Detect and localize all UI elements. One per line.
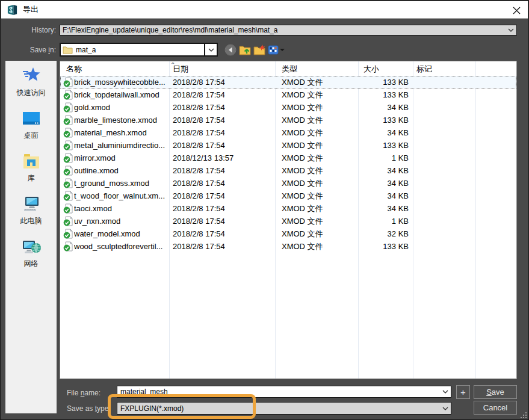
export-dialog: 导出 History: F:\FlexiEngine_update\unique…	[0, 0, 529, 420]
file-size: 34 KB	[359, 128, 409, 137]
cancel-button[interactable]: Cancel	[474, 401, 517, 415]
file-type: XMOD 文件	[282, 115, 323, 126]
xmod-file-icon	[63, 229, 73, 239]
file-row[interactable]: mirror.xmod 2018/12/13 13:57 XMOD 文件 1 K…	[60, 152, 516, 164]
save-as-type-dropdown[interactable]: FXPLUGIN(*.xmod)	[117, 402, 451, 415]
xmod-file-icon	[63, 165, 73, 176]
file-row[interactable]: material_mesh.xmod 2018/2/8 17:54 XMOD 文…	[60, 126, 516, 139]
save-as-type-label: Save as type:	[67, 404, 115, 413]
file-name: marble_limestone.xmod	[74, 116, 157, 125]
file-row[interactable]: brick_topdetailwall.xmod 2018/2/8 17:54 …	[60, 88, 516, 101]
file-size: 34 KB	[359, 179, 409, 188]
file-size: 1 KB	[359, 153, 409, 162]
file-size: 133 KB	[359, 141, 409, 150]
file-date: 2018/2/8 17:54	[173, 166, 225, 175]
file-type: XMOD 文件	[282, 128, 323, 138]
file-name-input[interactable]: material_mesh	[117, 386, 451, 398]
close-icon[interactable]	[509, 2, 524, 18]
sidebar-item-this-pc[interactable]: 此电脑	[5, 194, 57, 226]
file-row[interactable]: metal_aluminiumdirectio... 2018/2/8 17:5…	[60, 139, 516, 152]
xmod-file-icon	[63, 140, 73, 150]
file-name: brick_mossywhitecobble...	[74, 78, 166, 87]
file-date: 2018/12/13 13:57	[173, 153, 234, 162]
save-in-value: mat_a	[73, 46, 204, 54]
chevron-down-icon[interactable]	[440, 390, 451, 394]
file-row[interactable]: t_ground_moss.xmod 2018/2/8 17:54 XMOD 文…	[60, 177, 516, 190]
file-name-label	[16, 388, 67, 397]
up-one-level-icon[interactable]	[239, 44, 251, 56]
file-size: 34 KB	[359, 103, 409, 112]
xmod-file-icon	[63, 216, 73, 226]
file-size: 133 KB	[359, 116, 409, 125]
file-date: 2018/2/8 17:54	[173, 90, 225, 99]
file-list: ⌃ 名称 日期 类型 大小 标记 brick_mossywhitecobble.…	[60, 61, 517, 379]
file-size: 1 KB	[359, 217, 409, 226]
file-size: 133 KB	[359, 90, 409, 99]
column-header-type[interactable]: 类型	[282, 64, 297, 75]
file-date: 2018/2/8 17:54	[173, 179, 225, 188]
file-size: 32 KB	[359, 229, 409, 238]
sidebar-item-quick-access[interactable]: 快速访问	[5, 66, 57, 98]
column-header-date[interactable]: 日期	[173, 64, 188, 75]
xmod-file-icon	[63, 178, 73, 188]
quick-access-icon	[21, 66, 42, 86]
file-date: 2018/2/8 17:54	[173, 103, 225, 112]
file-name: material_mesh.xmod	[74, 128, 147, 137]
column-header-tags[interactable]: 标记	[416, 64, 432, 75]
xmod-file-icon	[63, 191, 73, 201]
add-button[interactable]: +	[456, 385, 470, 399]
file-row[interactable]: uv_nxn.xmod 2018/2/8 17:54 XMOD 文件 1 KB	[60, 215, 516, 227]
file-row[interactable]: brick_mossywhitecobble... 2018/2/8 17:54…	[60, 76, 516, 88]
sidebar-item-desktop[interactable]: 桌面	[5, 108, 57, 141]
file-type: XMOD 文件	[282, 203, 323, 214]
save-as-type-value: FXPLUGIN(*.xmod)	[117, 404, 440, 413]
sidebar-item-label: 库	[28, 173, 35, 184]
chevron-down-icon[interactable]	[204, 44, 217, 55]
file-name: mirror.xmod	[74, 153, 116, 162]
file-row[interactable]: outline.xmod 2018/2/8 17:54 XMOD 文件 34 K…	[60, 164, 516, 177]
save-in-dropdown[interactable]: mat_a	[60, 43, 218, 57]
file-row[interactable]: wood_sculptedforevertil... 2018/2/8 17:5…	[60, 240, 516, 253]
xmod-file-icon	[63, 153, 73, 163]
file-row[interactable]: gold.xmod 2018/2/8 17:54 XMOD 文件 34 KB	[60, 101, 516, 114]
file-date: 2018/2/8 17:54	[173, 204, 225, 213]
file-name: wood_sculptedforevertil...	[74, 242, 162, 251]
view-menu-icon[interactable]	[268, 44, 279, 56]
column-header-size[interactable]: 大小	[363, 64, 379, 75]
xmod-file-icon	[63, 203, 73, 214]
xmod-file-icon	[63, 241, 73, 252]
sidebar-item-label: 网络	[24, 259, 39, 269]
file-type: XMOD 文件	[282, 191, 323, 202]
file-date: 2018/2/8 17:54	[173, 229, 225, 238]
file-date: 2018/2/8 17:54	[173, 217, 225, 226]
file-row[interactable]: water_model.xmod 2018/2/8 17:54 XMOD 文件 …	[60, 227, 516, 240]
folder-icon	[63, 46, 73, 54]
places-sidebar: 快速访问 桌面 库	[5, 61, 57, 413]
file-type: XMOD 文件	[282, 140, 323, 151]
xmod-file-icon	[63, 77, 73, 87]
sidebar-item-label: 此电脑	[20, 216, 42, 226]
view-menu-caret-icon[interactable]	[279, 48, 285, 52]
file-date: 2018/2/8 17:54	[173, 128, 225, 137]
history-dropdown[interactable]: F:\FlexiEngine_update\unique_editor\res\…	[60, 25, 517, 36]
back-icon[interactable]	[224, 44, 237, 56]
3dsmax-logo-icon	[7, 4, 18, 16]
file-row[interactable]: t_wood_floor_walnut.xm... 2018/2/8 17:54…	[60, 190, 516, 202]
dialog-title: 导出	[23, 4, 39, 15]
create-new-folder-icon[interactable]	[253, 44, 265, 56]
file-name: taoci.xmod	[74, 204, 112, 213]
file-row[interactable]: marble_limestone.xmod 2018/2/8 17:54 XMO…	[60, 114, 516, 126]
sidebar-item-libraries[interactable]: 库	[5, 151, 57, 184]
file-name: t_ground_moss.xmod	[74, 179, 149, 188]
sidebar-item-network[interactable]: 网络	[5, 236, 57, 269]
file-row[interactable]: taoci.xmod 2018/2/8 17:54 XMOD 文件 34 KB	[60, 202, 516, 215]
list-header: ⌃ 名称 日期 类型 大小 标记	[60, 61, 516, 76]
file-name: t_wood_floor_walnut.xm...	[74, 191, 165, 200]
file-name: brick_topdetailwall.xmod	[74, 90, 159, 99]
title-bar: 导出	[1, 1, 528, 19]
file-size: 34 KB	[359, 166, 409, 175]
save-button[interactable]: Save	[474, 385, 517, 399]
chevron-down-icon[interactable]	[440, 407, 451, 410]
file-name-label: File name:	[67, 389, 115, 397]
column-header-name[interactable]: 名称	[66, 64, 82, 75]
